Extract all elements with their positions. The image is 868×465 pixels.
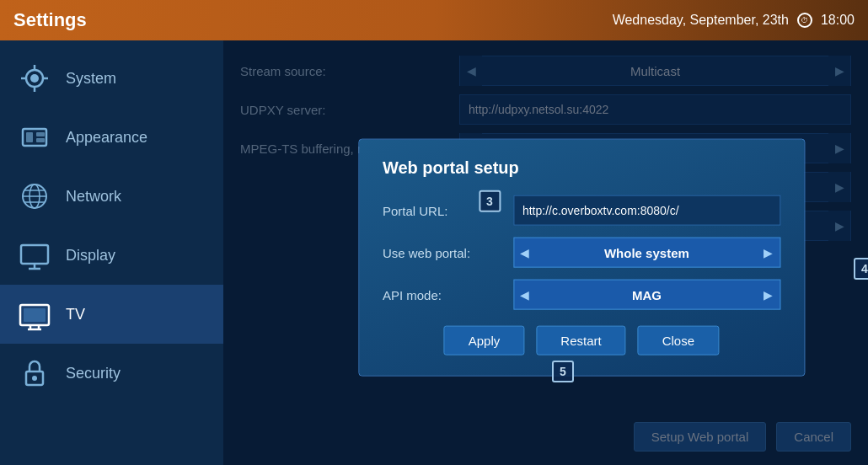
time-text: 18:00 — [821, 13, 855, 28]
dialog-buttons: Apply Restart Close — [383, 326, 780, 355]
content-area: Stream source: ◀ Multicast ▶ UDPXY serve… — [223, 40, 868, 465]
use-web-portal-row: Use web portal: ◀ Whole system ▶ — [383, 237, 780, 269]
sidebar-item-display[interactable]: Display — [0, 226, 223, 285]
dialog-title: Web portal setup — [383, 158, 780, 178]
web-portal-dialog: Web portal setup Portal URL: Use web por… — [358, 139, 805, 377]
header: Settings Wednesday, September, 23th ⏱ 18… — [0, 0, 868, 40]
clock-icon: ⏱ — [797, 13, 812, 28]
sidebar: System Appearance — [0, 40, 223, 465]
svg-rect-8 — [36, 132, 45, 136]
svg-rect-15 — [21, 245, 48, 264]
badge-5: 5 — [552, 361, 574, 382]
sidebar-label-display: Display — [66, 247, 115, 265]
date-text: Wednesday, September, 23th — [613, 13, 789, 28]
sidebar-label-appearance: Appearance — [66, 129, 147, 147]
api-mode-value: MAG — [536, 287, 758, 302]
api-mode-control: ◀ MAG ▶ — [513, 280, 780, 310]
sidebar-item-security[interactable]: Security — [0, 344, 223, 403]
appearance-icon — [15, 118, 54, 157]
sidebar-label-network: Network — [66, 188, 121, 206]
api-mode-left-arrow[interactable]: ◀ — [514, 280, 536, 310]
svg-rect-9 — [36, 138, 45, 142]
api-mode-label: API mode: — [383, 287, 513, 302]
portal-url-row: Portal URL: — [383, 195, 780, 227]
system-icon — [15, 59, 54, 98]
network-icon — [15, 177, 54, 216]
datetime-display: Wednesday, September, 23th ⏱ 18:00 — [613, 13, 855, 28]
svg-rect-19 — [24, 308, 46, 322]
security-icon — [15, 354, 54, 393]
apply-button[interactable]: Apply — [444, 326, 525, 355]
display-icon — [15, 236, 54, 275]
main-layout: System Appearance — [0, 40, 868, 465]
restart-button[interactable]: Restart — [536, 326, 625, 355]
close-button[interactable]: Close — [638, 326, 719, 355]
svg-point-1 — [30, 74, 39, 83]
svg-point-24 — [32, 376, 37, 381]
tv-icon — [15, 295, 54, 334]
use-web-portal-label: Use web portal: — [383, 245, 513, 259]
portal-url-input[interactable] — [513, 195, 780, 226]
sidebar-label-system: System — [66, 70, 116, 88]
sidebar-label-tv: TV — [66, 306, 85, 323]
api-mode-right-arrow[interactable]: ▶ — [758, 280, 780, 310]
web-portal-value: Whole system — [536, 245, 758, 259]
sidebar-item-tv[interactable]: TV — [0, 285, 223, 344]
api-mode-row: API mode: ◀ MAG ▶ — [383, 279, 780, 311]
web-portal-right-arrow[interactable]: ▶ — [758, 238, 780, 268]
page-title: Settings — [13, 9, 87, 31]
badge-3: 3 — [479, 190, 501, 212]
badge-4: 4 — [854, 258, 868, 280]
sidebar-item-network[interactable]: Network — [0, 167, 223, 226]
svg-rect-7 — [26, 132, 33, 142]
web-portal-left-arrow[interactable]: ◀ — [514, 238, 536, 268]
sidebar-label-security: Security — [66, 365, 121, 382]
sidebar-item-system[interactable]: System — [0, 49, 223, 108]
use-web-portal-control: ◀ Whole system ▶ — [513, 238, 780, 268]
sidebar-item-appearance[interactable]: Appearance — [0, 108, 223, 167]
